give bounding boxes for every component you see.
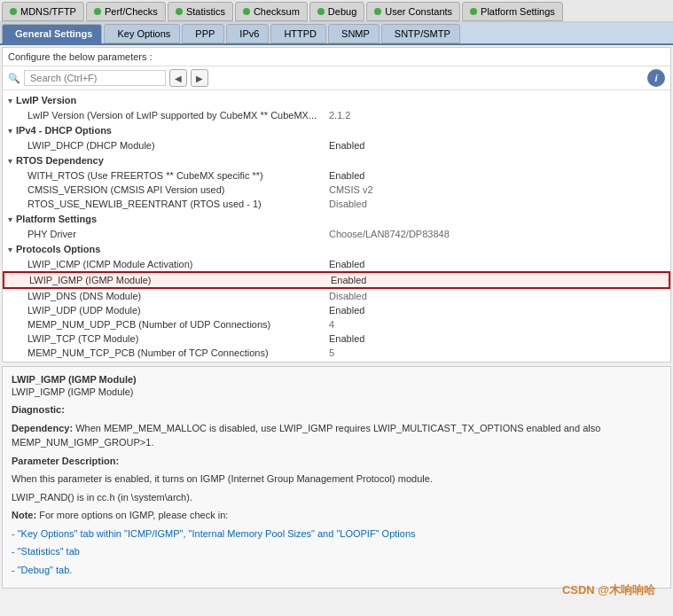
tab-user-constants[interactable]: User Constants — [366, 2, 460, 21]
tab-statistics[interactable]: Statistics — [168, 2, 233, 21]
subtab-label: SNMP — [341, 28, 370, 39]
tab-dot — [243, 8, 250, 15]
section-lwip-version[interactable]: ▾ LwIP Version — [3, 92, 670, 108]
param-name: LwIP Version (Version of LwIP supported … — [27, 110, 329, 121]
param-with-rtos[interactable]: WITH_RTOS (Use FREERTOS ** CubeMX specif… — [3, 168, 670, 183]
tree-area: ▾ LwIP Version LwIP Version (Version of … — [3, 90, 670, 362]
dependency-text: When MEMP_MEM_MALLOC is disabled, use LW… — [12, 423, 600, 448]
param-lwip-icmp[interactable]: LWIP_ICMP (ICMP Module Activation) Enabl… — [3, 257, 670, 271]
subtab-label: SNTP/SMTP — [395, 28, 450, 39]
search-icon: 🔍 — [8, 73, 20, 84]
tab-label: Checksum — [254, 6, 300, 17]
section-name: RTOS Dependency — [16, 155, 104, 166]
tab-checksum[interactable]: Checksum — [235, 2, 308, 21]
param-value: Disabled — [329, 291, 367, 301]
info-link-3[interactable]: - "Debug" tab. — [12, 563, 661, 578]
param-lwip-tcp[interactable]: LWIP_TCP (TCP Module) Enabled — [3, 331, 670, 346]
param-phy-driver[interactable]: PHY Driver Choose/LAN8742/DP83848 — [3, 227, 670, 241]
param-value: Disabled — [329, 199, 367, 209]
info-link-2[interactable]: - "Statistics" tab — [12, 544, 661, 559]
content-area: Configure the below parameters : 🔍 ◀ ▶ i… — [2, 47, 671, 363]
section-name: Platform Settings — [16, 214, 97, 224]
subtab-ipv6[interactable]: IPv6 — [226, 24, 269, 43]
param-value: Choose/LAN8742/DP83848 — [329, 229, 450, 239]
param-value: Enabled — [329, 305, 364, 316]
info-button[interactable]: i — [647, 69, 665, 87]
subtab-label: General Settings — [15, 28, 92, 39]
param-name: CMSIS_VERSION (CMSIS API Version used) — [27, 184, 329, 195]
tab-dot — [94, 8, 101, 15]
param-rtos-newlib[interactable]: RTOS_USE_NEWLIB_REENTRANT (RTOS used - 1… — [3, 197, 670, 211]
param-value: Enabled — [329, 259, 364, 269]
nav-forward-button[interactable]: ▶ — [191, 69, 208, 87]
param-lwip-dhcp[interactable]: LWIP_DHCP (DHCP Module) Enabled — [3, 138, 670, 152]
info-subtitle: LWIP_IGMP (IGMP Module) — [12, 386, 661, 397]
rand-note: LWIP_RAND() is in cc.h (in \system\arch)… — [12, 490, 661, 505]
section-name: LwIP Version — [16, 95, 76, 105]
subtab-key-options[interactable]: Key Options — [104, 24, 180, 43]
section-name: Protocols Options — [16, 244, 100, 254]
tab-debug[interactable]: Debug — [309, 2, 364, 21]
param-value: 4 — [329, 319, 334, 330]
param-name: LWIP_TCP (TCP Module) — [27, 333, 329, 344]
section-platform-settings[interactable]: ▾ Platform Settings — [3, 211, 670, 227]
param-lwip-version[interactable]: LwIP Version (Version of LwIP supported … — [3, 108, 670, 122]
info-title: LWIP_IGMP (IGMP Module) — [12, 374, 661, 385]
subtab-sntp-smtp[interactable]: SNTP/SMTP — [381, 24, 460, 43]
tab-platform-settings[interactable]: Platform Settings — [462, 2, 563, 21]
tab-label: User Constants — [385, 6, 452, 17]
sub-tabs-row: General Settings Key Options PPP IPv6 HT… — [0, 22, 673, 45]
tab-label: Statistics — [186, 6, 225, 17]
param-name: LWIP_DNS (DNS Module) — [27, 291, 329, 301]
top-tabs-row: MDNS/TFTP Perf/Checks Statistics Checksu… — [0, 0, 673, 22]
subtab-label: Key Options — [117, 28, 170, 39]
collapse-arrow: ▾ — [8, 245, 12, 254]
tab-dot — [10, 8, 17, 15]
param-name: MEMP_NUM_UDP_PCB (Number of UDP Connecti… — [27, 319, 329, 330]
tab-mdns-tftp[interactable]: MDNS/TFTP — [2, 2, 84, 21]
section-protocols-options[interactable]: ▾ Protocols Options — [3, 241, 670, 257]
search-bar: 🔍 ◀ ▶ i — [3, 66, 670, 90]
param-lwip-udp[interactable]: LWIP_UDP (UDP Module) Enabled — [3, 303, 670, 317]
section-name: IPv4 - DHCP Options — [16, 125, 112, 136]
param-name: RTOS_USE_NEWLIB_REENTRANT (RTOS used - 1… — [27, 199, 329, 209]
search-input[interactable] — [24, 70, 166, 86]
subtab-label: HTTPD — [284, 28, 317, 39]
collapse-arrow: ▾ — [8, 156, 12, 166]
note-text: For more options on IGMP, please check i… — [39, 510, 228, 520]
collapse-arrow: ▾ — [8, 96, 12, 105]
info-link-1[interactable]: - "Key Options" tab within "ICMP/IGMP", … — [12, 526, 661, 542]
section-rtos-dependency[interactable]: ▾ RTOS Dependency — [3, 152, 670, 168]
subtab-label: PPP — [195, 28, 215, 39]
subtab-snmp[interactable]: SNMP — [328, 24, 380, 43]
subtab-httpd[interactable]: HTTPD — [270, 24, 326, 43]
param-cmsis-version[interactable]: CMSIS_VERSION (CMSIS API Version used) C… — [3, 183, 670, 197]
param-name: LWIP_ICMP (ICMP Module Activation) — [27, 259, 329, 269]
param-memp-tcp-pcb[interactable]: MEMP_NUM_TCP_PCB (Number of TCP Connecti… — [3, 346, 670, 360]
param-lwip-igmp[interactable]: LWIP_IGMP (IGMP Module) Enabled — [3, 271, 670, 289]
subtab-ppp[interactable]: PPP — [182, 24, 224, 43]
param-value: 2.1.2 — [329, 110, 350, 121]
param-memp-udp-pcb[interactable]: MEMP_NUM_UDP_PCB (Number of UDP Connecti… — [3, 317, 670, 331]
section-ipv4-dhcp[interactable]: ▾ IPv4 - DHCP Options — [3, 122, 670, 138]
subtab-general-settings[interactable]: General Settings — [2, 24, 102, 43]
collapse-arrow: ▾ — [8, 126, 12, 136]
note-label: Note: — [12, 510, 36, 520]
subtab-label: IPv6 — [239, 28, 259, 39]
configure-label: Configure the below parameters : — [3, 48, 670, 66]
tab-label: Debug — [328, 6, 356, 17]
tab-dot — [176, 8, 183, 15]
diagnostic-label: Diagnostic: — [12, 404, 65, 415]
tab-label: Platform Settings — [481, 6, 555, 17]
param-name: LWIP_IGMP (IGMP Module) — [29, 275, 331, 285]
tab-dot — [317, 8, 325, 15]
param-value: CMSIS v2 — [329, 184, 373, 195]
param-value: 5 — [329, 347, 334, 358]
info-panel: LWIP_IGMP (IGMP Module) LWIP_IGMP (IGMP … — [2, 366, 671, 589]
param-name: MEMP_NUM_TCP_PCB (Number of TCP Connecti… — [27, 347, 329, 358]
param-lwip-dns[interactable]: LWIP_DNS (DNS Module) Disabled — [3, 289, 670, 303]
param-value: Enabled — [331, 275, 366, 285]
watermark: CSDN @木响响哈 — [562, 582, 655, 590]
tab-perf-checks[interactable]: Perf/Checks — [86, 2, 166, 21]
nav-back-button[interactable]: ◀ — [169, 69, 187, 87]
